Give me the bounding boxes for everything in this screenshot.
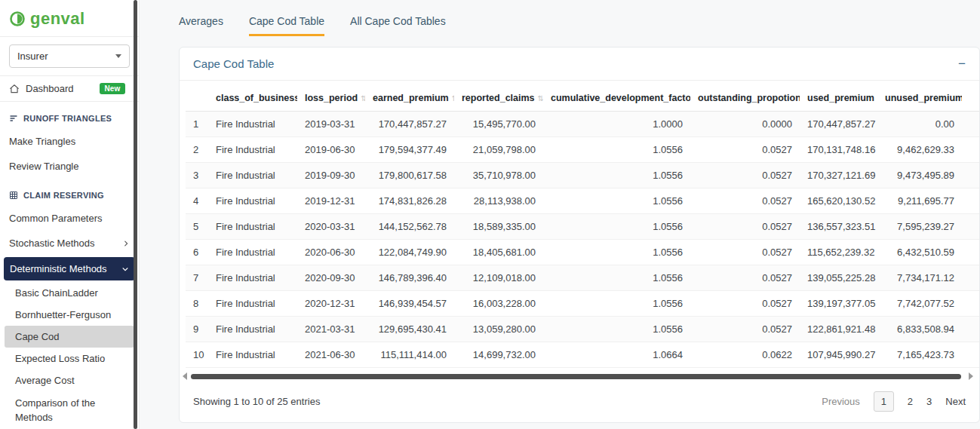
- cell-used_premium: 115,652,239.32: [800, 240, 877, 265]
- column-header-earned_premium[interactable]: earned_premium⇅: [365, 85, 454, 112]
- sidebar-scrollbar[interactable]: [134, 0, 137, 429]
- card-title: Cape Cod Table: [193, 57, 274, 70]
- pagination-page-3[interactable]: 3: [926, 396, 932, 407]
- tab-cape-cod-table[interactable]: Cape Cod Table: [249, 15, 324, 36]
- cell-unused_premium: 7,742,077.52: [877, 291, 962, 317]
- pagination-previous[interactable]: Previous: [822, 396, 860, 407]
- row-index: 5: [186, 214, 208, 240]
- scrollbar-thumb[interactable]: [191, 374, 961, 379]
- column-header-label: outstanding_propotions: [698, 93, 800, 103]
- cell-de: [962, 317, 979, 342]
- scroll-right-arrow-icon[interactable]: [969, 372, 973, 380]
- column-header-used_premium[interactable]: used_premium⇅: [800, 85, 877, 112]
- collapse-button[interactable]: −: [958, 57, 966, 70]
- column-header-class_of_business[interactable]: class_of_business⇅: [208, 85, 297, 112]
- cell-earned_premium: 144,152,562.78: [365, 214, 454, 240]
- cell-unused_premium: 7,595,239.27: [877, 214, 962, 240]
- insurer-select[interactable]: Insurer: [9, 44, 130, 68]
- cell-earned_premium: 174,831,826.28: [365, 188, 454, 214]
- chevron-down-icon: [115, 54, 121, 58]
- pagination-page-2[interactable]: 2: [908, 396, 913, 407]
- sidebar-subitem-basic-chainladder[interactable]: Basic ChainLadder: [0, 282, 139, 304]
- row-index: 7: [186, 265, 208, 291]
- cell-earned_premium: 146,939,454.57: [365, 291, 454, 317]
- cell-class_of_business: Fire Industrial: [208, 188, 297, 214]
- cell-earned_premium: 179,594,377.49: [365, 137, 454, 163]
- sort-icon[interactable]: ⇅: [361, 94, 365, 103]
- table-row: 9Fire Industrial2021-03-31129,695,430.41…: [186, 317, 979, 342]
- cell-used_premium: 165,620,130.52: [800, 188, 877, 214]
- tab-all-cape-cod-tables[interactable]: All Cape Cod Tables: [350, 15, 446, 36]
- pagination-page-1[interactable]: 1: [874, 391, 894, 412]
- column-header-unused_premium[interactable]: unused_premium⇅: [877, 85, 962, 112]
- table-row: 1Fire Industrial2019-03-31170,447,857.27…: [186, 112, 979, 137]
- entries-info: Showing 1 to 10 of 25 entries: [193, 396, 320, 407]
- sidebar-subitem-average-cost[interactable]: Average Cost: [0, 369, 139, 391]
- sidebar-subitem-comparison-methods[interactable]: Comparison of the Methods: [0, 391, 113, 429]
- sidebar-item-deterministic-methods[interactable]: Deterministic Methods: [4, 257, 135, 280]
- cell-used_premium: 139,197,377.05: [800, 291, 877, 317]
- cell-loss_period: 2020-09-30: [297, 265, 365, 291]
- row-index: 8: [186, 291, 208, 317]
- sidebar: genval Insurer Dashboard New RUNOFF TRIA…: [0, 0, 140, 429]
- column-header-label: class_of_business: [216, 93, 297, 103]
- brand-logo[interactable]: genval: [0, 0, 139, 36]
- sidebar-item-common-parameters[interactable]: Common Parameters: [0, 206, 139, 231]
- cell-outstanding_propotions: 0.0527: [690, 137, 800, 163]
- column-header-loss_period[interactable]: loss_period⇅: [297, 85, 365, 112]
- sidebar-item-stochastic-methods[interactable]: Stochastic Methods: [0, 231, 139, 256]
- tab-averages[interactable]: Averages: [179, 15, 223, 36]
- cell-class_of_business: Fire Industrial: [208, 291, 297, 317]
- scroll-left-arrow-icon[interactable]: [183, 372, 187, 380]
- column-header-cumulative_development_factors[interactable]: cumulative_development_factors⇅: [543, 85, 690, 112]
- section-claim-reserving: CLAIM RESERVING: [0, 179, 139, 206]
- sidebar-subitem-cape-cod[interactable]: Cape Cod: [5, 326, 134, 348]
- sidebar-subitem-expected-loss-ratio[interactable]: Expected Loss Ratio: [0, 348, 139, 369]
- sidebar-subitem-label: Basic ChainLadder: [15, 287, 98, 299]
- sidebar-item-review-triangle[interactable]: Review Triangle: [0, 154, 139, 179]
- cell-earned_premium: 170,447,857.27: [365, 112, 454, 137]
- cell-used_premium: 136,557,323.51: [800, 214, 877, 240]
- insurer-select-value: Insurer: [17, 51, 48, 62]
- pagination: Previous 1 2 3 Next: [822, 391, 966, 412]
- cell-unused_premium: 7,165,423.73: [877, 342, 962, 368]
- cell-reported_claims: 18,589,335.00: [454, 214, 543, 240]
- cell-de: [962, 265, 979, 291]
- cell-cumulative_development_factors: 1.0556: [543, 214, 690, 240]
- row-index: 3: [186, 163, 208, 188]
- column-header-reported_claims[interactable]: reported_claims⇅: [454, 85, 543, 112]
- cell-used_premium: 170,327,121.69: [800, 163, 877, 188]
- cell-reported_claims: 16,003,228.00: [454, 291, 543, 317]
- cell-cumulative_development_factors: 1.0664: [543, 342, 690, 368]
- cell-class_of_business: Fire Industrial: [208, 240, 297, 265]
- cell-unused_premium: 9,462,629.33: [877, 137, 962, 163]
- sort-icon[interactable]: ⇅: [452, 94, 454, 103]
- cell-unused_premium: 6,432,510.59: [877, 240, 962, 265]
- cell-unused_premium: 9,473,495.89: [877, 163, 962, 188]
- table-row: 8Fire Industrial2020-12-31146,939,454.57…: [186, 291, 979, 317]
- column-header-label: loss_period: [305, 93, 358, 103]
- cell-cumulative_development_factors: 1.0556: [543, 265, 690, 291]
- cell-loss_period: 2021-06-30: [297, 342, 365, 368]
- card-header: Cape Cod Table −: [180, 47, 979, 81]
- sidebar-subitem-label: Cape Cod: [15, 331, 60, 342]
- sort-icon[interactable]: ⇅: [538, 94, 543, 103]
- cell-reported_claims: 21,059,798.00: [454, 137, 543, 163]
- cell-outstanding_propotions: 0.0622: [690, 342, 800, 368]
- column-header-outstanding_propotions[interactable]: outstanding_propotions⇅: [690, 85, 800, 112]
- column-header-index: [186, 85, 208, 112]
- column-header-label: unused_premium: [885, 93, 962, 103]
- pagination-next[interactable]: Next: [945, 396, 966, 407]
- cell-unused_premium: 7,734,171.12: [877, 265, 962, 291]
- sidebar-item-make-triangles[interactable]: Make Triangles: [0, 129, 139, 154]
- column-header-label: reported_claims: [462, 93, 535, 103]
- cell-de: [962, 291, 979, 317]
- cell-de: [962, 112, 979, 137]
- sidebar-item-dashboard[interactable]: Dashboard New: [0, 76, 139, 101]
- horizontal-scrollbar[interactable]: [183, 372, 973, 381]
- cell-class_of_business: Fire Industrial: [208, 214, 297, 240]
- sidebar-subitem-bornhuetter-ferguson[interactable]: Bornhuetter-Ferguson: [0, 304, 139, 326]
- sidebar-item-label: Common Parameters: [9, 213, 103, 224]
- row-index: 1: [186, 112, 208, 137]
- column-header-de[interactable]: de⇅: [962, 85, 979, 112]
